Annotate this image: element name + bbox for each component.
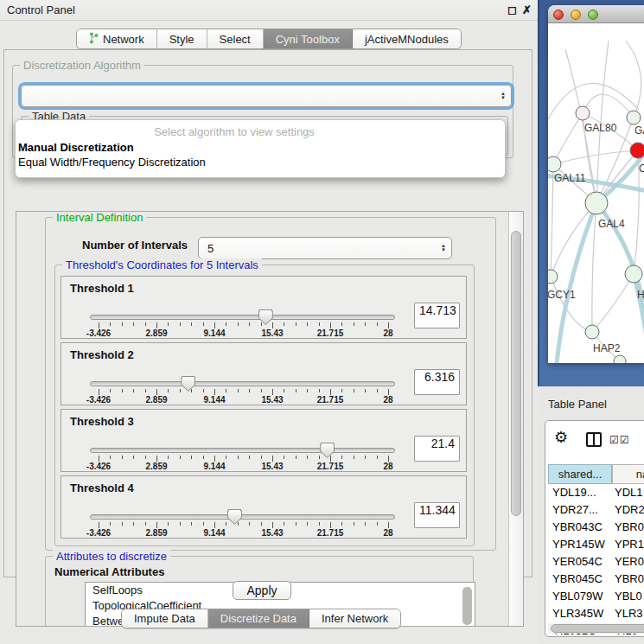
network-edge	[596, 203, 634, 274]
algorithm-combo[interactable]: ▲▼	[21, 85, 512, 107]
threshold-value-field[interactable]: 21.4	[414, 436, 460, 462]
tab-label: jActiveMNodules	[365, 33, 449, 46]
cell-shared-name[interactable]: YLR345W	[552, 607, 603, 620]
threshold-slider-track[interactable]	[90, 315, 395, 320]
tick-minor	[365, 456, 366, 459]
cell-shared-name[interactable]: YBR045C	[552, 572, 603, 585]
cell-name[interactable]: YPR1	[615, 538, 644, 551]
network-node-node-topright[interactable]	[627, 111, 641, 124]
tick-minor	[377, 322, 378, 326]
cell-shared-name[interactable]: YDL19...	[552, 486, 596, 499]
threshold-slider-track[interactable]	[90, 381, 395, 386]
tick-major	[99, 389, 99, 395]
tick-minor	[319, 522, 320, 526]
tick-label: 15.43	[261, 328, 283, 338]
tab-discretize-data[interactable]: Discretize Data	[208, 609, 309, 628]
cell-name[interactable]: YLR3	[615, 607, 643, 620]
tick-minor	[261, 322, 262, 326]
tick-minor	[191, 322, 192, 326]
tab-network[interactable]: Network	[77, 29, 157, 48]
column-header-shared-name[interactable]: shared...	[548, 464, 612, 484]
cell-name[interactable]: YDL1	[615, 486, 643, 499]
panel-scrollbar-thumb[interactable]	[511, 231, 521, 516]
number-of-intervals-value: 5	[207, 242, 214, 255]
network-node-GAL11[interactable]	[548, 156, 561, 172]
tab-jactivemnodules[interactable]: jActiveMNodules	[353, 29, 461, 48]
cell-shared-name[interactable]: YPR145W	[552, 538, 605, 551]
threshold-slider-track[interactable]	[90, 514, 395, 520]
tick-minor	[180, 322, 181, 326]
gear-icon[interactable]: ⚙	[554, 430, 568, 445]
tab-cyni-toolbox[interactable]: Cyni Toolbox	[264, 29, 353, 48]
threshold-value-field[interactable]: 11.344	[414, 502, 460, 528]
apply-button[interactable]: Apply	[233, 581, 291, 600]
tab-style[interactable]: Style	[157, 29, 207, 48]
network-node-red-node[interactable]	[630, 143, 644, 158]
table-row[interactable]: YLR345WYLR3	[545, 605, 644, 622]
tick-minor	[365, 389, 366, 392]
tab-impute-data[interactable]: Impute Data	[122, 609, 208, 628]
tick-minor	[180, 389, 181, 392]
table-hscrollbar[interactable]	[548, 623, 644, 634]
network-canvas[interactable]: GAL80GACGAL11GAL4GCY1HHAP2	[548, 23, 644, 363]
cell-name[interactable]: YDR2	[615, 503, 644, 516]
tab-infer-network[interactable]: Infer Network	[309, 609, 400, 628]
tick-major	[214, 522, 215, 528]
network-node-node-bottom[interactable]	[614, 355, 626, 363]
tick-minor	[226, 389, 226, 392]
tab-select[interactable]: Select	[207, 29, 264, 48]
checkboxes-icon[interactable]: ☑☑	[609, 434, 630, 446]
tab-label: Style	[169, 33, 194, 46]
float-window-icon[interactable]: ◻	[507, 3, 517, 16]
column-header-name[interactable]: na	[612, 464, 644, 484]
network-node-H-node[interactable]	[625, 265, 642, 283]
tick-minor	[296, 456, 296, 459]
control-panel-window: Control Panel ◻ ✗ NetworkStyleSelectCyni…	[0, 0, 538, 644]
cell-name[interactable]: YBR0	[615, 520, 644, 533]
tick-minor	[249, 456, 250, 459]
network-edge	[553, 113, 583, 164]
tick-minor	[180, 522, 181, 526]
tab-label: Infer Network	[322, 612, 388, 625]
table-row[interactable]: YER054CYER0	[545, 553, 644, 571]
cell-shared-name[interactable]: YBR043C	[552, 520, 603, 533]
network-node-GCY1[interactable]	[548, 270, 558, 284]
threshold-slider-track[interactable]	[90, 448, 395, 453]
close-icon[interactable]: ✗	[522, 3, 532, 16]
zoom-traffic-light[interactable]	[588, 10, 598, 20]
cell-shared-name[interactable]: YBL079W	[552, 590, 603, 603]
tick-label: 2.859	[145, 528, 167, 538]
table-hscrollbar-thumb[interactable]	[551, 624, 644, 633]
tab-label: Select	[220, 33, 251, 46]
table-row[interactable]: YDR27...YDR2	[545, 501, 644, 519]
panel-scrollbar-track[interactable]	[508, 212, 523, 626]
table-row[interactable]: YBR043CYBR0	[545, 519, 644, 536]
minimize-traffic-light[interactable]	[571, 10, 581, 20]
network-node-GAL4[interactable]	[585, 192, 608, 214]
tick-minor	[191, 456, 192, 459]
cell-shared-name[interactable]: YER054C	[552, 555, 603, 568]
cell-name[interactable]: YBR0	[615, 572, 644, 585]
cell-name[interactable]: YBL0	[615, 590, 642, 603]
algorithm-option-1[interactable]: Manual Discretization	[18, 141, 134, 154]
close-traffic-light[interactable]	[553, 10, 564, 20]
table-row[interactable]: YPR145WYPR1	[545, 536, 644, 553]
numerical-attributes-label: Numerical Attributes	[54, 565, 164, 578]
network-node-GAL80[interactable]	[576, 106, 590, 120]
number-of-intervals-spinner[interactable]: 5 ▲▼	[198, 237, 452, 259]
columns-icon[interactable]	[586, 432, 602, 447]
threshold-value-field[interactable]: 14.713	[414, 303, 460, 328]
tick-minor	[133, 456, 134, 459]
cell-name[interactable]: YER0	[615, 555, 644, 568]
table-row[interactable]: YBR045CYBR0	[545, 571, 644, 588]
table-row[interactable]: YBL079WYBL0	[545, 588, 644, 605]
tick-major	[330, 322, 331, 328]
table-row[interactable]: YDL19...YDL1	[545, 484, 644, 501]
tick-minor	[377, 389, 378, 392]
threshold-value-field[interactable]: 6.316	[414, 369, 460, 395]
cell-shared-name[interactable]: YDR27...	[552, 503, 598, 516]
algorithm-option-2[interactable]: Equal Width/Frequency Discretization	[18, 156, 206, 169]
list-scrollbar[interactable]	[462, 587, 472, 625]
network-node-HAP2[interactable]	[585, 325, 599, 339]
settings-scroll-panel: Interval Definition Number of Intervals …	[16, 211, 524, 627]
